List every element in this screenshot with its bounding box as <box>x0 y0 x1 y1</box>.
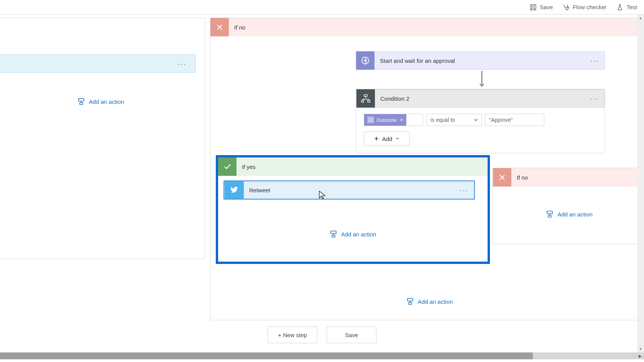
scroll-up-icon[interactable]: ▲ <box>637 15 644 21</box>
approval-icon <box>356 51 375 70</box>
condition-title: Condition 2 <box>375 95 409 102</box>
svg-rect-9 <box>368 100 370 102</box>
operator-label: is equal to <box>430 117 455 123</box>
save-button[interactable]: Save <box>530 4 553 11</box>
approval-mini-icon <box>367 116 374 123</box>
flow-canvas[interactable]: d ··· Add an action If no <box>0 15 644 359</box>
scroll-down-icon[interactable]: ▼ <box>637 346 644 352</box>
condition-body: Outcome ✕ is equal to "Approve" Add <box>356 108 605 153</box>
add-action-button[interactable]: Add an action <box>546 210 593 218</box>
chevron-down-icon <box>473 117 478 123</box>
ifno-header[interactable]: If no <box>493 168 644 187</box>
test-label: Test <box>626 4 637 10</box>
add-action-button[interactable]: Add an action <box>77 98 124 105</box>
condition-operator-dropdown[interactable]: is equal to <box>426 114 482 126</box>
approval-title: Start and wait for an approval <box>375 57 455 64</box>
test-button[interactable]: Test <box>616 4 637 11</box>
ifno-title: If no <box>511 174 528 181</box>
x-icon <box>210 18 229 36</box>
flow-checker-label: Flow checker <box>573 4 606 10</box>
add-action-icon <box>330 230 337 238</box>
retweet-action-card[interactable]: Retweet ··· <box>223 180 475 200</box>
add-action-icon <box>406 298 414 305</box>
svg-rect-4 <box>407 298 413 301</box>
plus-icon <box>374 136 379 141</box>
add-action-label: Add an action <box>557 211 593 218</box>
add-action-icon <box>546 210 554 218</box>
outer-ifyes-branch: d ··· Add an action <box>0 18 205 259</box>
stethoscope-icon <box>563 4 570 11</box>
inner-ifno-branch: If no Add an action <box>493 168 644 244</box>
svg-rect-8 <box>361 100 364 102</box>
save-icon <box>530 4 537 11</box>
add-action-button[interactable]: Add an action <box>406 298 453 305</box>
condition-left-operand[interactable]: Outcome ✕ <box>364 114 423 126</box>
vertical-scrollbar[interactable]: ▲ ▼ <box>637 15 644 352</box>
ifno-title: If no <box>229 24 245 31</box>
condition-card[interactable]: Condition 2 ··· Outcome ✕ is equal to <box>356 89 605 153</box>
add-action-label: Add an action <box>341 231 376 238</box>
retweet-title: Retweet <box>244 187 270 193</box>
add-label: Add <box>382 136 393 142</box>
svg-rect-13 <box>547 211 552 214</box>
bottom-button-bar: + New step Save <box>0 326 644 343</box>
approval-card[interactable]: Start and wait for an approval ··· <box>356 51 605 70</box>
x-icon <box>493 168 511 187</box>
svg-rect-12 <box>332 235 335 237</box>
ifyes-header[interactable]: If yes <box>218 157 488 176</box>
add-action-button[interactable]: Add an action <box>330 230 376 238</box>
svg-rect-14 <box>548 215 551 217</box>
scroll-thumb[interactable] <box>0 352 533 359</box>
flask-icon <box>616 4 623 11</box>
condition-icon <box>356 89 375 108</box>
condition-add-button[interactable]: Add <box>364 131 410 146</box>
remove-chip-icon[interactable]: ✕ <box>400 118 403 123</box>
svg-point-1 <box>568 7 569 8</box>
svg-rect-3 <box>80 103 83 105</box>
condition-value: "Approve" <box>489 117 513 123</box>
twitter-icon <box>225 181 244 199</box>
inner-ifyes-branch-selected[interactable]: If yes Retweet ··· Add an action <box>216 155 490 264</box>
add-action-label: Add an action <box>418 298 453 305</box>
svg-rect-7 <box>364 95 367 97</box>
ifno-header[interactable]: If no <box>210 18 644 36</box>
chevron-down-icon <box>395 136 400 141</box>
flow-checker-button[interactable]: Flow checker <box>563 4 606 11</box>
flow-arrow-icon <box>479 71 485 87</box>
add-action-icon <box>77 98 85 105</box>
save-label: Save <box>540 4 553 10</box>
check-icon <box>218 157 237 176</box>
top-toolbar: tter Save Flow checker Test <box>0 0 644 15</box>
outcome-chip-label: Outcome <box>376 117 397 123</box>
ifyes-title: If yes <box>237 164 256 170</box>
save-flow-button[interactable]: Save <box>327 326 376 343</box>
svg-rect-11 <box>331 231 336 234</box>
svg-rect-0 <box>531 5 536 10</box>
condition-value-input[interactable]: "Approve" <box>485 114 544 126</box>
svg-point-10 <box>369 118 373 122</box>
add-action-label: Add an action <box>89 98 124 105</box>
horizontal-scrollbar[interactable]: ▶ <box>0 352 644 359</box>
svg-rect-2 <box>79 98 84 101</box>
svg-rect-5 <box>409 303 412 305</box>
partial-action-card[interactable]: d ··· <box>0 54 196 73</box>
new-step-button[interactable]: + New step <box>268 326 317 343</box>
scroll-right-icon[interactable]: ▶ <box>636 352 644 359</box>
